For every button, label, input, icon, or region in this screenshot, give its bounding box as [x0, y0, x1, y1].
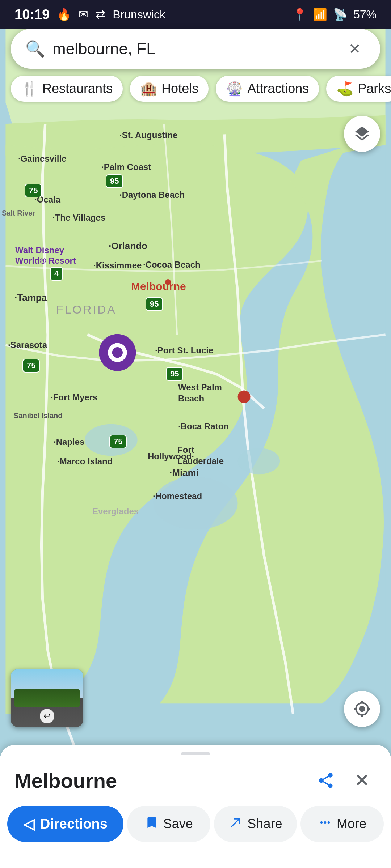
share-header-button[interactable]	[311, 766, 340, 795]
mail-icon: ✉	[79, 8, 88, 21]
svg-point-7	[112, 347, 123, 358]
badge-i75-far: 75	[109, 435, 127, 448]
chip-hotels-label: Hotels	[161, 81, 198, 96]
chip-restaurants[interactable]: 🍴 Restaurants	[11, 76, 123, 102]
status-left: 10:19 🔥 ✉ ⇄ Brunswick	[14, 7, 165, 22]
badge-i4: 4	[50, 267, 63, 281]
more-svg	[318, 815, 332, 830]
badge-i95-far: 95	[166, 367, 183, 381]
hotels-icon: 🏨	[140, 81, 157, 97]
filter-chips-container: 🍴 Restaurants 🏨 Hotels 🎡 Attractions ⛳ P…	[0, 72, 391, 105]
bottom-action-buttons: ◁ Directions Save Share	[0, 806, 391, 842]
fire-icon: 🔥	[57, 8, 71, 21]
layers-icon	[353, 125, 371, 143]
chip-attractions[interactable]: 🎡 Attractions	[216, 76, 319, 102]
map-svg	[0, 29, 391, 767]
more-label: More	[337, 816, 366, 831]
share-action-svg	[228, 815, 243, 830]
search-input[interactable]: melbourne, FL	[52, 40, 344, 58]
carrier-label: Brunswick	[113, 8, 165, 21]
restaurants-icon: 🍴	[21, 81, 38, 97]
map-area[interactable]: ·St. Augustine ·Gainesville ·Palm Coast …	[0, 29, 391, 767]
chip-hotels[interactable]: 🏨 Hotels	[130, 76, 209, 102]
bottom-sheet-handle	[181, 752, 210, 755]
my-location-button[interactable]	[344, 691, 380, 727]
chip-parks[interactable]: ⛳ Parks	[326, 76, 391, 102]
wifi-icon: 📶	[313, 8, 327, 21]
attractions-icon: 🎡	[226, 81, 243, 97]
directions-button[interactable]: ◁ Directions	[7, 806, 123, 842]
directions-label: Directions	[40, 816, 108, 832]
search-icon: 🔍	[25, 39, 45, 58]
my-location-icon	[353, 700, 371, 718]
status-bar: 10:19 🔥 ✉ ⇄ Brunswick 📍 📶 📡 57%	[0, 0, 391, 29]
save-icon	[144, 815, 159, 833]
directions-icon: ◁	[23, 816, 34, 832]
svg-point-1	[153, 477, 237, 530]
search-bar[interactable]: 🔍 melbourne, FL ✕	[11, 29, 380, 69]
street-view-image: ↩	[11, 669, 83, 727]
badge-i95-north: 95	[106, 174, 123, 188]
header-actions: ✕	[311, 766, 377, 795]
more-icon	[318, 815, 332, 833]
badge-i95-south: 95	[146, 297, 163, 311]
signal-icon: 📡	[333, 8, 348, 21]
svg-point-4	[238, 391, 251, 403]
chip-restaurants-label: Restaurants	[42, 81, 113, 96]
bottom-sheet-header: Melbourne ✕	[0, 766, 391, 795]
share-label: Share	[247, 816, 282, 831]
badge-i75-south: 75	[22, 359, 40, 373]
save-button[interactable]: Save	[127, 806, 210, 842]
melbourne-dot	[165, 279, 171, 285]
label-wdw: Walt DisneyWorld® Resort	[15, 245, 76, 266]
clear-search-button[interactable]: ✕	[344, 38, 366, 60]
chip-parks-label: Parks	[358, 81, 391, 96]
status-right: 📍 📶 📡 57%	[293, 8, 377, 21]
badge-i75-north: 75	[25, 184, 42, 197]
layers-button[interactable]	[344, 116, 380, 152]
location-title: Melbourne	[14, 769, 311, 792]
location-icon: 📍	[293, 8, 307, 21]
battery-icon: 57%	[353, 8, 377, 21]
more-button[interactable]: More	[300, 806, 384, 842]
save-label: Save	[163, 816, 193, 831]
chip-attractions-label: Attractions	[247, 81, 309, 96]
parks-icon: ⛳	[336, 81, 353, 97]
label-florida: FLORIDA	[56, 303, 117, 316]
share-button[interactable]: Share	[214, 806, 297, 842]
close-bottom-sheet-button[interactable]: ✕	[348, 766, 377, 795]
status-time: 10:19	[14, 7, 50, 22]
bookmark-icon	[144, 815, 159, 830]
svg-point-3	[238, 448, 280, 474]
arrows-icon: ⇄	[96, 8, 105, 21]
label-melbourne: Melbourne	[131, 280, 186, 293]
share-action-icon	[228, 815, 243, 833]
bottom-sheet: Melbourne ✕ ◁ Directions Save	[0, 745, 391, 868]
share-icon	[317, 771, 335, 790]
street-view-thumbnail[interactable]: ↩	[11, 669, 83, 727]
